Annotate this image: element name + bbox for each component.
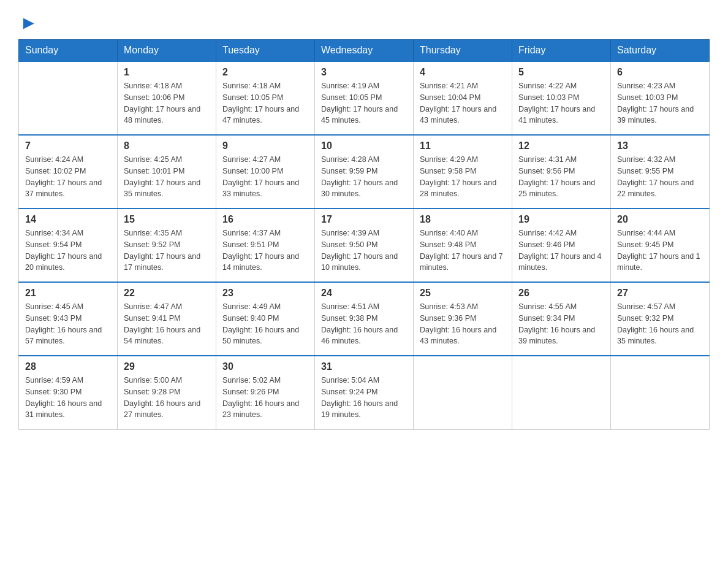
calendar-weekday-sunday: Sunday — [19, 40, 118, 62]
calendar-cell: 18Sunrise: 4:40 AMSunset: 9:48 PMDayligh… — [414, 209, 512, 282]
day-info: Sunrise: 4:28 AMSunset: 9:59 PMDaylight:… — [321, 154, 407, 200]
day-number: 14 — [25, 214, 111, 225]
calendar-cell: 21Sunrise: 4:45 AMSunset: 9:43 PMDayligh… — [19, 282, 118, 356]
calendar-cell: 11Sunrise: 4:29 AMSunset: 9:58 PMDayligh… — [414, 135, 512, 209]
calendar-cell: 30Sunrise: 5:02 AMSunset: 9:26 PMDayligh… — [216, 356, 315, 429]
day-info: Sunrise: 4:18 AMSunset: 10:06 PMDaylight… — [124, 80, 210, 126]
calendar-weekday-thursday: Thursday — [414, 40, 512, 62]
calendar-cell: 26Sunrise: 4:55 AMSunset: 9:34 PMDayligh… — [512, 282, 611, 356]
day-info: Sunrise: 4:37 AMSunset: 9:51 PMDaylight:… — [222, 228, 308, 274]
calendar-weekday-saturday: Saturday — [611, 40, 710, 62]
day-number: 3 — [321, 67, 407, 78]
calendar-cell: 16Sunrise: 4:37 AMSunset: 9:51 PMDayligh… — [216, 209, 315, 282]
day-info: Sunrise: 4:21 AMSunset: 10:04 PMDaylight… — [420, 80, 506, 126]
calendar-cell: 8Sunrise: 4:25 AMSunset: 10:01 PMDayligh… — [118, 135, 216, 209]
day-number: 24 — [321, 288, 407, 299]
day-number: 18 — [420, 214, 506, 225]
calendar-cell: 5Sunrise: 4:22 AMSunset: 10:03 PMDayligh… — [512, 61, 611, 135]
calendar-cell: 24Sunrise: 4:51 AMSunset: 9:38 PMDayligh… — [315, 282, 414, 356]
calendar-cell: 23Sunrise: 4:49 AMSunset: 9:40 PMDayligh… — [216, 282, 315, 356]
calendar-cell: 28Sunrise: 4:59 AMSunset: 9:30 PMDayligh… — [19, 356, 118, 429]
day-number: 19 — [518, 214, 604, 225]
page-header: ► — [18, 12, 710, 33]
day-info: Sunrise: 4:34 AMSunset: 9:54 PMDaylight:… — [25, 228, 111, 274]
day-info: Sunrise: 4:31 AMSunset: 9:56 PMDaylight:… — [518, 154, 604, 200]
day-number: 26 — [518, 288, 604, 299]
day-number: 21 — [25, 288, 111, 299]
day-number: 30 — [222, 361, 308, 372]
day-number: 25 — [420, 288, 506, 299]
day-number: 22 — [124, 288, 210, 299]
day-number: 10 — [321, 140, 407, 151]
calendar-weekday-monday: Monday — [118, 40, 216, 62]
calendar-week-row: 7Sunrise: 4:24 AMSunset: 10:02 PMDayligh… — [19, 135, 710, 209]
day-info: Sunrise: 4:49 AMSunset: 9:40 PMDaylight:… — [222, 301, 308, 347]
day-number: 31 — [321, 361, 407, 372]
day-number: 1 — [124, 67, 210, 78]
day-info: Sunrise: 4:29 AMSunset: 9:58 PMDaylight:… — [420, 154, 506, 200]
day-number: 23 — [222, 288, 308, 299]
day-info: Sunrise: 4:39 AMSunset: 9:50 PMDaylight:… — [321, 228, 407, 274]
calendar-week-row: 28Sunrise: 4:59 AMSunset: 9:30 PMDayligh… — [19, 356, 710, 429]
day-info: Sunrise: 4:55 AMSunset: 9:34 PMDaylight:… — [518, 301, 604, 347]
day-info: Sunrise: 4:40 AMSunset: 9:48 PMDaylight:… — [420, 228, 506, 274]
day-number: 29 — [124, 361, 210, 372]
day-info: Sunrise: 4:57 AMSunset: 9:32 PMDaylight:… — [617, 301, 703, 347]
calendar-cell — [512, 356, 611, 429]
calendar-cell: 4Sunrise: 4:21 AMSunset: 10:04 PMDayligh… — [414, 61, 512, 135]
day-number: 9 — [222, 140, 308, 151]
calendar-cell: 17Sunrise: 4:39 AMSunset: 9:50 PMDayligh… — [315, 209, 414, 282]
day-number: 20 — [617, 214, 703, 225]
day-info: Sunrise: 4:45 AMSunset: 9:43 PMDaylight:… — [25, 301, 111, 347]
day-info: Sunrise: 4:27 AMSunset: 10:00 PMDaylight… — [222, 154, 308, 200]
calendar-weekday-tuesday: Tuesday — [216, 40, 315, 62]
calendar-week-row: 21Sunrise: 4:45 AMSunset: 9:43 PMDayligh… — [19, 282, 710, 356]
calendar-cell: 12Sunrise: 4:31 AMSunset: 9:56 PMDayligh… — [512, 135, 611, 209]
logo: ► — [18, 12, 38, 33]
calendar-cell: 15Sunrise: 4:35 AMSunset: 9:52 PMDayligh… — [118, 209, 216, 282]
day-number: 5 — [518, 67, 604, 78]
day-info: Sunrise: 5:02 AMSunset: 9:26 PMDaylight:… — [222, 375, 308, 421]
day-number: 15 — [124, 214, 210, 225]
calendar-cell: 13Sunrise: 4:32 AMSunset: 9:55 PMDayligh… — [611, 135, 710, 209]
day-number: 12 — [518, 140, 604, 151]
day-number: 6 — [617, 67, 703, 78]
day-info: Sunrise: 4:23 AMSunset: 10:03 PMDaylight… — [617, 80, 703, 126]
day-info: Sunrise: 4:42 AMSunset: 9:46 PMDaylight:… — [518, 228, 604, 274]
calendar-cell: 20Sunrise: 4:44 AMSunset: 9:45 PMDayligh… — [611, 209, 710, 282]
day-info: Sunrise: 4:44 AMSunset: 9:45 PMDaylight:… — [617, 228, 703, 274]
day-info: Sunrise: 4:51 AMSunset: 9:38 PMDaylight:… — [321, 301, 407, 347]
calendar-weekday-wednesday: Wednesday — [315, 40, 414, 62]
calendar-cell: 2Sunrise: 4:18 AMSunset: 10:05 PMDayligh… — [216, 61, 315, 135]
day-number: 11 — [420, 140, 506, 151]
calendar-cell: 27Sunrise: 4:57 AMSunset: 9:32 PMDayligh… — [611, 282, 710, 356]
day-number: 16 — [222, 214, 308, 225]
day-number: 27 — [617, 288, 703, 299]
calendar-cell: 22Sunrise: 4:47 AMSunset: 9:41 PMDayligh… — [118, 282, 216, 356]
day-info: Sunrise: 4:35 AMSunset: 9:52 PMDaylight:… — [124, 228, 210, 274]
day-info: Sunrise: 4:24 AMSunset: 10:02 PMDaylight… — [25, 154, 111, 200]
calendar-cell: 1Sunrise: 4:18 AMSunset: 10:06 PMDayligh… — [118, 61, 216, 135]
day-number: 4 — [420, 67, 506, 78]
calendar-weekday-friday: Friday — [512, 40, 611, 62]
calendar-header-row: SundayMondayTuesdayWednesdayThursdayFrid… — [19, 40, 710, 62]
calendar-cell: 14Sunrise: 4:34 AMSunset: 9:54 PMDayligh… — [19, 209, 118, 282]
day-number: 8 — [124, 140, 210, 151]
calendar-week-row: 1Sunrise: 4:18 AMSunset: 10:06 PMDayligh… — [19, 61, 710, 135]
calendar-cell: 7Sunrise: 4:24 AMSunset: 10:02 PMDayligh… — [19, 135, 118, 209]
calendar-cell: 9Sunrise: 4:27 AMSunset: 10:00 PMDayligh… — [216, 135, 315, 209]
day-number: 28 — [25, 361, 111, 372]
calendar-cell: 25Sunrise: 4:53 AMSunset: 9:36 PMDayligh… — [414, 282, 512, 356]
day-info: Sunrise: 4:32 AMSunset: 9:55 PMDaylight:… — [617, 154, 703, 200]
day-info: Sunrise: 4:53 AMSunset: 9:36 PMDaylight:… — [420, 301, 506, 347]
day-number: 2 — [222, 67, 308, 78]
day-number: 17 — [321, 214, 407, 225]
day-info: Sunrise: 4:59 AMSunset: 9:30 PMDaylight:… — [25, 375, 111, 421]
day-info: Sunrise: 4:18 AMSunset: 10:05 PMDaylight… — [222, 80, 308, 126]
calendar-week-row: 14Sunrise: 4:34 AMSunset: 9:54 PMDayligh… — [19, 209, 710, 282]
day-info: Sunrise: 5:04 AMSunset: 9:24 PMDaylight:… — [321, 375, 407, 421]
logo-arrow-icon: ► — [20, 12, 38, 33]
calendar-cell: 19Sunrise: 4:42 AMSunset: 9:46 PMDayligh… — [512, 209, 611, 282]
day-info: Sunrise: 4:22 AMSunset: 10:03 PMDaylight… — [518, 80, 604, 126]
calendar-cell: 3Sunrise: 4:19 AMSunset: 10:05 PMDayligh… — [315, 61, 414, 135]
